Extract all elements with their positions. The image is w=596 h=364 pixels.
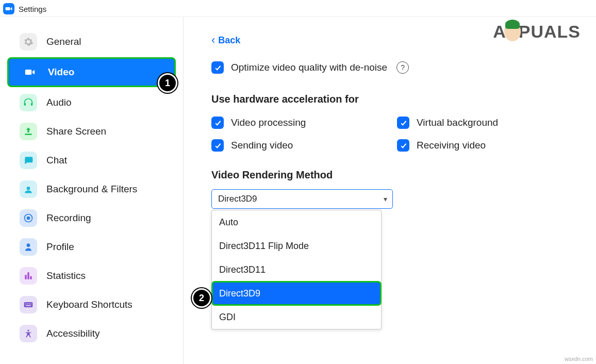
render-method-dropdown: Auto Direct3D11 Flip Mode Direct3D11 Dir… bbox=[211, 210, 382, 329]
checkbox-receiving-video[interactable] bbox=[397, 139, 409, 152]
render-option-d3d11[interactable]: Direct3D11 bbox=[212, 258, 381, 282]
sidebar-item-recording[interactable]: Recording bbox=[7, 205, 176, 231]
hw-label: Receiving video bbox=[417, 140, 486, 151]
video-icon bbox=[21, 63, 39, 81]
sidebar-item-label: Background & Filters bbox=[46, 184, 137, 195]
back-link[interactable]: ‹ Back bbox=[211, 35, 240, 46]
sidebar-item-label: Share Screen bbox=[46, 126, 106, 137]
watermark-logo: A PUALS bbox=[493, 22, 581, 42]
sidebar-item-label: Audio bbox=[46, 97, 72, 108]
sidebar-item-label: Video bbox=[48, 67, 74, 78]
hw-accel-heading: Use hardware acceleration for bbox=[211, 93, 586, 105]
svg-rect-6 bbox=[30, 304, 31, 305]
svg-rect-5 bbox=[29, 304, 30, 305]
statistics-icon bbox=[20, 267, 37, 285]
sidebar-item-label: Keyboard Shortcuts bbox=[46, 299, 133, 310]
sidebar-item-profile[interactable]: Profile bbox=[7, 234, 176, 260]
sidebar-item-audio[interactable]: Audio bbox=[7, 89, 176, 116]
render-heading: Video Rendering Method bbox=[211, 169, 586, 181]
render-option-auto[interactable]: Auto bbox=[212, 210, 381, 234]
hw-label: Sending video bbox=[231, 140, 293, 151]
hw-virtual-background-row: Virtual background bbox=[397, 117, 552, 129]
sidebar-item-chat[interactable]: Chat bbox=[7, 147, 176, 174]
sidebar-item-share-screen[interactable]: Share Screen bbox=[7, 118, 176, 145]
hw-label: Video processing bbox=[231, 117, 306, 128]
share-screen-icon bbox=[20, 123, 37, 140]
sidebar-item-label: Statistics bbox=[46, 270, 86, 282]
window-title: Settings bbox=[19, 5, 46, 13]
annotation-badge-2: 2 bbox=[192, 288, 211, 308]
checkbox-virtual-background[interactable] bbox=[397, 117, 409, 129]
gear-icon bbox=[20, 33, 37, 51]
headphones-icon bbox=[20, 94, 37, 111]
watermark-post: PUALS bbox=[519, 22, 581, 42]
optimize-label: Optimize video quality with de-noise bbox=[231, 62, 387, 73]
settings-content: ‹ Back Optimize video quality with de-no… bbox=[184, 17, 596, 364]
render-method-value: Direct3D9 bbox=[218, 194, 257, 204]
help-icon[interactable]: ? bbox=[396, 61, 409, 74]
svg-rect-3 bbox=[25, 304, 26, 305]
chat-icon bbox=[20, 152, 37, 169]
hw-sending-video-row: Sending video bbox=[211, 139, 397, 152]
sidebar-item-label: Chat bbox=[46, 155, 67, 166]
render-option-gdi[interactable]: GDI bbox=[212, 305, 381, 329]
sidebar-item-label: General bbox=[46, 36, 81, 47]
render-option-d3d9[interactable]: Direct3D9 bbox=[212, 282, 381, 305]
accessibility-icon bbox=[20, 325, 37, 342]
optimize-row: Optimize video quality with de-noise ? bbox=[211, 61, 586, 74]
sidebar-item-video[interactable]: Video 1 bbox=[7, 57, 176, 87]
checkbox-video-processing[interactable] bbox=[211, 117, 224, 129]
keyboard-icon bbox=[20, 296, 37, 313]
titlebar: Settings bbox=[0, 0, 596, 17]
render-option-d3d11-flip[interactable]: Direct3D11 Flip Mode bbox=[212, 234, 381, 258]
zoom-app-icon bbox=[3, 3, 14, 14]
sidebar-item-accessibility[interactable]: Accessibility bbox=[7, 320, 176, 347]
chevron-left-icon: ‹ bbox=[211, 35, 215, 46]
sidebar-item-label: Accessibility bbox=[46, 328, 100, 339]
sidebar-item-general[interactable]: General bbox=[7, 28, 176, 55]
hw-receiving-video-row: Receiving video bbox=[397, 139, 552, 152]
svg-point-1 bbox=[27, 217, 30, 220]
checkbox-optimize[interactable] bbox=[211, 61, 224, 74]
hw-video-processing-row: Video processing bbox=[211, 117, 397, 129]
recording-icon bbox=[20, 209, 37, 227]
sidebar-item-label: Recording bbox=[46, 212, 91, 224]
checkbox-sending-video[interactable] bbox=[211, 139, 224, 152]
sidebar-item-background-filters[interactable]: Background & Filters bbox=[7, 176, 176, 203]
settings-sidebar: General Video 1 Audio Share Screen bbox=[0, 17, 184, 364]
sidebar-item-statistics[interactable]: Statistics bbox=[7, 262, 176, 289]
source-credit: wsxdn.com bbox=[565, 356, 593, 362]
svg-rect-4 bbox=[27, 304, 28, 305]
back-label: Back bbox=[218, 35, 240, 46]
hw-label: Virtual background bbox=[417, 117, 498, 128]
background-icon bbox=[20, 180, 37, 198]
svg-point-8 bbox=[27, 330, 29, 332]
svg-rect-7 bbox=[26, 305, 31, 306]
render-method-select[interactable]: Direct3D9 ▾ bbox=[211, 189, 393, 209]
svg-rect-2 bbox=[24, 302, 33, 307]
profile-icon bbox=[20, 238, 37, 256]
watermark-face-icon bbox=[504, 23, 521, 41]
chevron-down-icon: ▾ bbox=[384, 195, 387, 203]
sidebar-item-keyboard-shortcuts[interactable]: Keyboard Shortcuts bbox=[7, 291, 176, 318]
sidebar-item-label: Profile bbox=[46, 241, 74, 253]
